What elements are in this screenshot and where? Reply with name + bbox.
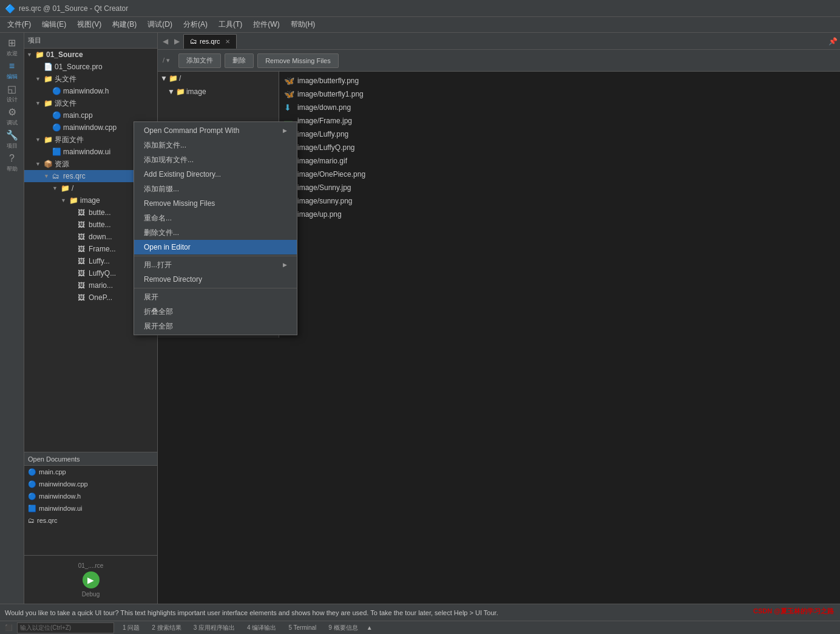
tab-nav-right[interactable]: ▶ bbox=[172, 36, 182, 47]
res-file-item-2[interactable]: ⬇image/down.png bbox=[279, 101, 840, 114]
tree-item-5[interactable]: 🔵main.cpp bbox=[24, 109, 157, 121]
ctx-item-5[interactable]: Remove Missing Files bbox=[134, 196, 297, 211]
tree-item-4[interactable]: ▼📁源文件 bbox=[24, 97, 157, 109]
res-tree-image[interactable]: ▼ 📁 image bbox=[158, 85, 279, 98]
status-tab-1[interactable]: 2 搜索结果 bbox=[148, 624, 185, 632]
tab-res-qrc[interactable]: 🗂 res.qrc ✕ bbox=[183, 34, 237, 49]
res-file-item-1[interactable]: 🦋image/butterfly1.png bbox=[279, 87, 840, 101]
open-doc-icon-2: 🔵 bbox=[28, 493, 36, 500]
ctx-item-4[interactable]: 添加前缀... bbox=[134, 182, 297, 196]
menu-item-构建(B)[interactable]: 构建(B) bbox=[107, 18, 141, 31]
menu-item-视图(V)[interactable]: 视图(V) bbox=[72, 18, 106, 31]
res-file-item-4[interactable]: 😊image/Luffy.png bbox=[279, 128, 840, 141]
ctx-separator-11 bbox=[134, 288, 297, 288]
tree-item-0[interactable]: ▼📁01_Source bbox=[24, 49, 157, 61]
status-bar: ⬛ 1 问题2 搜索结果3 应用程序输出4 编译输出5 Terminal9 概要… bbox=[0, 621, 840, 634]
tree-label-2: 头文件 bbox=[55, 74, 76, 84]
tree-file-icon-5: 🔵 bbox=[52, 111, 62, 120]
ctx-item-9[interactable]: 用...打开▶ bbox=[134, 257, 297, 272]
ctx-arrow-9: ▶ bbox=[283, 262, 287, 268]
open-doc-item-1[interactable]: 🔵mainwindow.cpp bbox=[24, 478, 157, 490]
res-file-item-3[interactable]: ▬image/Frame.jpg bbox=[279, 114, 840, 128]
remove-missing-files-btn[interactable]: Remove Missing Files bbox=[257, 53, 339, 68]
res-file-item-8[interactable]: ☀image/Sunny.jpg bbox=[279, 181, 840, 194]
delete-btn[interactable]: 删除 bbox=[225, 53, 254, 68]
ctx-item-6[interactable]: 重命名... bbox=[134, 211, 297, 225]
ctx-item-13[interactable]: 展开全部 bbox=[134, 319, 297, 333]
res-file-list[interactable]: 🦋image/butterfly.png🦋image/butterfly1.pn… bbox=[279, 72, 840, 338]
tree-label-7: 界面文件 bbox=[55, 135, 84, 145]
menu-item-控件(W)[interactable]: 控件(W) bbox=[248, 18, 284, 31]
tree-file-icon-1: 📄 bbox=[44, 63, 53, 71]
ctx-item-1[interactable]: 添加新文件... bbox=[134, 138, 297, 152]
res-file-item-9[interactable]: 🌊image/sunny.png bbox=[279, 194, 840, 208]
ctx-item-3[interactable]: Add Existing Directory... bbox=[134, 167, 297, 182]
ctx-item-0[interactable]: Open Command Prompt With▶ bbox=[134, 123, 297, 138]
tab-nav-left[interactable]: ◀ bbox=[160, 36, 171, 47]
res-file-item-6[interactable]: 🎮image/mario.gif bbox=[279, 154, 840, 168]
sidebar-item-design[interactable]: ◱设计 bbox=[1, 83, 23, 104]
res-file-label-9: image/sunny.png bbox=[297, 197, 353, 205]
menu-item-工具(T)[interactable]: 工具(T) bbox=[214, 18, 247, 31]
ctx-item-12[interactable]: 折叠全部 bbox=[134, 304, 297, 319]
add-files-btn[interactable]: 添加文件 bbox=[178, 53, 221, 68]
res-file-item-5[interactable]: 👤image/LuffyQ.png bbox=[279, 141, 840, 154]
tree-file-icon-2: 📁 bbox=[44, 75, 53, 83]
open-doc-label-4: res.qrc bbox=[37, 517, 58, 524]
tree-arrow-12: ▼ bbox=[61, 197, 69, 203]
open-docs-title: Open Documents bbox=[28, 455, 80, 463]
tree-label-20: OneP... bbox=[89, 293, 112, 302]
res-tree-root[interactable]: ▼ 📁 / bbox=[158, 72, 279, 85]
help-icon: ? bbox=[9, 153, 15, 164]
sidebar-item-help[interactable]: ?帮助 bbox=[1, 152, 23, 174]
ctx-item-8[interactable]: Open in Editor bbox=[134, 240, 297, 254]
status-tab-5[interactable]: 9 概要信息 bbox=[325, 624, 361, 632]
open-doc-item-3[interactable]: 🟦mainwindow.ui bbox=[24, 502, 157, 514]
ctx-arrow-0: ▶ bbox=[283, 128, 287, 134]
project-label: 项目 bbox=[7, 142, 18, 150]
open-doc-icon-3: 🟦 bbox=[28, 505, 36, 513]
locate-input[interactable] bbox=[17, 622, 114, 633]
status-tab-4[interactable]: 5 Terminal bbox=[285, 624, 320, 631]
res-file-item-0[interactable]: 🦋image/butterfly.png bbox=[279, 74, 840, 87]
open-doc-item-2[interactable]: 🔵mainwindow.h bbox=[24, 490, 157, 502]
tree-label-5: main.cpp bbox=[63, 111, 93, 120]
menu-item-分析(A)[interactable]: 分析(A) bbox=[178, 18, 212, 31]
debug-label: 调试 bbox=[7, 119, 18, 127]
tree-item-2[interactable]: ▼📁头文件 bbox=[24, 73, 157, 85]
open-doc-item-4[interactable]: 🗂res.qrc bbox=[24, 514, 157, 527]
sidebar-item-edit[interactable]: ≡编辑 bbox=[1, 60, 23, 81]
sidebar-item-welcome[interactable]: ⊞欢迎 bbox=[1, 36, 23, 58]
status-expand-btn[interactable]: ▲ bbox=[367, 624, 373, 631]
tree-label-14: butte... bbox=[89, 220, 111, 229]
tab-pin-btn[interactable]: 📌 bbox=[828, 37, 838, 46]
ctx-item-2[interactable]: 添加现有文件... bbox=[134, 152, 297, 167]
menu-item-调试(D)[interactable]: 调试(D) bbox=[143, 18, 177, 31]
tree-label-9: 资源 bbox=[55, 159, 69, 169]
ctx-item-7[interactable]: 删除文件... bbox=[134, 225, 297, 240]
res-file-label-4: image/Luffy.png bbox=[297, 130, 348, 138]
tab-close-btn[interactable]: ✕ bbox=[225, 38, 230, 45]
ctx-item-10[interactable]: Remove Directory bbox=[134, 272, 297, 287]
ctx-label-3: Add Existing Directory... bbox=[144, 170, 221, 179]
debug-label: 01_....rce bbox=[78, 562, 104, 569]
ctx-item-11[interactable]: 展开 bbox=[134, 290, 297, 304]
sidebar-item-project[interactable]: 🔧项目 bbox=[1, 129, 23, 151]
tree-item-1[interactable]: 📄01_Source.pro bbox=[24, 61, 157, 73]
sidebar-item-debug[interactable]: ⚙调试 bbox=[1, 106, 23, 128]
menu-item-帮助(H)[interactable]: 帮助(H) bbox=[286, 18, 320, 31]
status-tab-0[interactable]: 1 问题 bbox=[119, 624, 143, 632]
status-tab-3[interactable]: 4 编译输出 bbox=[243, 624, 280, 632]
menu-item-文件(F)[interactable]: 文件(F) bbox=[2, 18, 36, 31]
tree-item-3[interactable]: 🔵mainwindow.h bbox=[24, 85, 157, 97]
ctx-label-10: Remove Directory bbox=[144, 275, 202, 284]
res-file-item-10[interactable]: ⬆image/up.png bbox=[279, 208, 840, 221]
res-file-item-7[interactable]: ✕image/OnePiece.png bbox=[279, 168, 840, 181]
debug-play-btn[interactable]: ▶ bbox=[83, 571, 100, 588]
open-doc-item-0[interactable]: 🔵main.cpp bbox=[24, 466, 157, 478]
menu-item-编辑(E)[interactable]: 编辑(E) bbox=[37, 18, 71, 31]
status-tab-2[interactable]: 3 应用程序输出 bbox=[190, 624, 239, 632]
ctx-label-1: 添加新文件... bbox=[144, 140, 186, 151]
open-doc-label-2: mainwindow.h bbox=[39, 493, 81, 500]
tree-label-3: mainwindow.h bbox=[63, 87, 109, 95]
